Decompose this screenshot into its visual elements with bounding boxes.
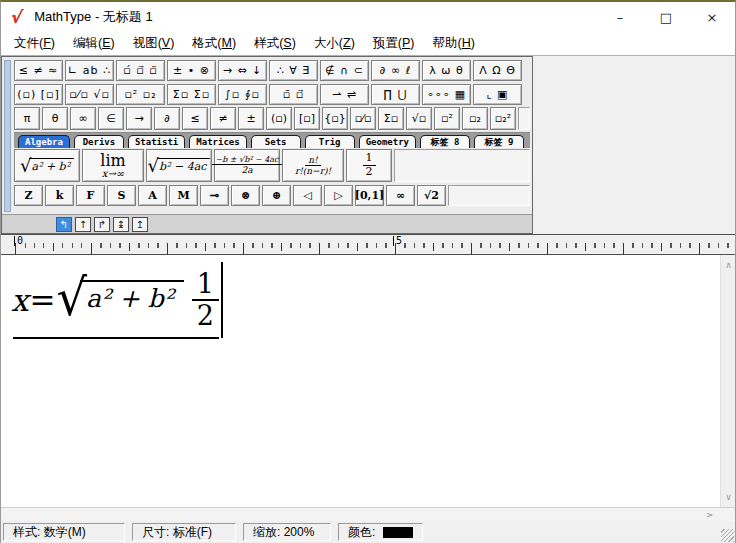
- tab-statistics[interactable]: Statisti: [128, 135, 185, 148]
- template-integral[interactable]: ∫▫ ∮▫: [218, 84, 267, 105]
- symbol-fraktur-a[interactable]: A: [138, 185, 167, 206]
- tabstop-center[interactable]: ↑: [75, 217, 91, 232]
- palette-logic[interactable]: ∴ ∀ ∃: [269, 60, 318, 81]
- template-overbar-arrow[interactable]: ▫̄ ▫⃗: [269, 84, 318, 105]
- symbol-infinity[interactable]: ∞: [70, 107, 96, 130]
- palette-arrows[interactable]: → ⇔ ↓: [218, 60, 267, 81]
- symbol-element-of[interactable]: ∈: [98, 107, 124, 130]
- palette-misc-symbols[interactable]: ∂ ∞ ℓ: [371, 60, 420, 81]
- template-sqrt-a2-b2[interactable]: √a² + b²: [14, 149, 80, 182]
- fraction-denominator: 2a: [241, 165, 252, 175]
- template-subsuperscript[interactable]: ▫₂²: [490, 107, 516, 130]
- template-boxes[interactable]: ⌞ ▣: [473, 84, 522, 105]
- scroll-right-icon[interactable]: ∧: [704, 508, 716, 522]
- menu-style[interactable]: 样式(S): [245, 32, 305, 55]
- tabstop-equal[interactable]: ↨: [113, 217, 129, 232]
- tab-geometry[interactable]: Geometry: [359, 135, 416, 148]
- equation-equals: =: [29, 282, 55, 318]
- tabstop-right[interactable]: ↱: [94, 217, 110, 232]
- menu-help[interactable]: 帮助(H): [423, 32, 483, 55]
- template-subscript[interactable]: ▫₂: [462, 107, 488, 130]
- menu-preferences[interactable]: 预置(P): [364, 32, 424, 55]
- menu-size[interactable]: 大小(Z): [305, 32, 364, 55]
- menu-view[interactable]: 视图(V): [124, 32, 184, 55]
- template-fences[interactable]: (▫) [▫]: [14, 84, 63, 105]
- template-limit[interactable]: lim x→∞: [82, 149, 144, 182]
- symbol-theta[interactable]: θ: [42, 107, 68, 130]
- resize-grip[interactable]: [721, 529, 734, 542]
- palette-spacing[interactable]: ∟ ab ∴: [65, 60, 114, 81]
- menu-edit[interactable]: 编辑(E): [64, 32, 124, 55]
- symbol-multimap[interactable]: ⊸: [200, 185, 229, 206]
- status-zoom: 缩放: 200%: [243, 523, 331, 541]
- scroll-down-icon[interactable]: ∨: [721, 489, 736, 505]
- limit-stack: lim x→∞: [100, 153, 125, 179]
- symbol-partial[interactable]: ∂: [154, 107, 180, 130]
- palette-embellishments[interactable]: ▫́ ▫⃗ ▫̈: [116, 60, 165, 81]
- symbol-circled-plus[interactable]: ⊕: [262, 185, 291, 206]
- symbol-triangle-left[interactable]: ◁: [293, 185, 322, 206]
- symbol-interval-01[interactable]: [0,1]: [355, 185, 384, 206]
- template-superscript[interactable]: ▫²: [434, 107, 460, 130]
- tab-sets[interactable]: Sets: [251, 135, 301, 148]
- symbol-script-s[interactable]: S: [107, 185, 136, 206]
- equation-editing-area[interactable]: x = √ a² + b² 1 2 ∧ ∨: [1, 255, 735, 507]
- symbol-plus-minus[interactable]: ±: [238, 107, 264, 130]
- symbol-less-equal[interactable]: ≤: [182, 107, 208, 130]
- template-subscript-superscript[interactable]: ▫² ▫₂: [116, 84, 165, 105]
- tab-algebra[interactable]: Algebra: [18, 135, 70, 148]
- template-summation[interactable]: Σ▫ Σ▫: [167, 84, 216, 105]
- symbol-right-arrow[interactable]: →: [126, 107, 152, 130]
- tabstop-decimal[interactable]: ↥: [132, 217, 148, 232]
- toolbar-drag-handle[interactable]: [4, 60, 11, 212]
- tab-derivs[interactable]: Derivs: [74, 135, 124, 148]
- ruler[interactable]: 0 5: [1, 234, 735, 255]
- symbol-sqrt-2[interactable]: √2: [417, 185, 446, 206]
- template-fraction-radical[interactable]: ▫⁄▫ √▫: [65, 84, 114, 105]
- horizontal-scrollbar[interactable]: ∧: [1, 507, 735, 521]
- palette-row-1: ≤ ≠ ≈∟ ab ∴▫́ ▫⃗ ▫̈± • ⊗→ ⇔ ↓∴ ∀ ∃∉ ∩ ⊂∂…: [14, 57, 530, 81]
- template-brackets[interactable]: [▫]: [294, 107, 320, 130]
- tab-matrices[interactable]: Matrices: [189, 135, 246, 148]
- symbol-fraktur-k[interactable]: k: [45, 185, 74, 206]
- menu-file[interactable]: 文件(F): [5, 32, 64, 55]
- limit-text: lim: [100, 153, 125, 169]
- template-product-union[interactable]: ∏ ⋃: [371, 84, 420, 105]
- template-quadratic-formula[interactable]: −b ± √b² − 4ac 2a: [214, 149, 280, 182]
- template-radical[interactable]: √▫: [406, 107, 432, 130]
- symbol-fraktur-m[interactable]: M: [169, 185, 198, 206]
- symbol-triangle-right[interactable]: ▷: [324, 185, 353, 206]
- scroll-up-icon[interactable]: ∧: [721, 257, 736, 273]
- symbol-infinity-small[interactable]: ∞: [386, 185, 415, 206]
- maximize-button[interactable]: □: [643, 2, 689, 32]
- symbol-blackboard-z[interactable]: Z: [14, 185, 43, 206]
- palette-greek-uppercase[interactable]: Λ Ω Θ: [473, 60, 522, 81]
- template-sqrt-discriminant[interactable]: √b² − 4ac: [146, 149, 212, 182]
- template-sum[interactable]: Σ▫: [378, 107, 404, 130]
- close-button[interactable]: ×: [689, 2, 735, 32]
- symbol-circled-times[interactable]: ⊗: [231, 185, 260, 206]
- tab-9[interactable]: 标签 9: [474, 135, 524, 148]
- vertical-scrollbar[interactable]: ∧ ∨: [720, 255, 735, 507]
- template-one-half[interactable]: 1 2: [346, 149, 392, 182]
- palette-greek-lowercase[interactable]: λ ω θ: [422, 60, 471, 81]
- template-parentheses[interactable]: (▫): [266, 107, 292, 130]
- tab-trig[interactable]: Trig: [305, 135, 355, 148]
- template-labeled-arrows[interactable]: ⇀ ⇌: [320, 84, 369, 105]
- symbol-letter-f[interactable]: F: [76, 185, 105, 206]
- status-size: 尺寸: 标准(F): [132, 523, 236, 541]
- menu-format[interactable]: 格式(M): [183, 32, 245, 55]
- minimize-button[interactable]: –: [597, 2, 643, 32]
- tabstop-left[interactable]: ↰: [56, 217, 72, 232]
- tab-8[interactable]: 标签 8: [420, 135, 470, 148]
- template-fraction[interactable]: ▫⁄▫: [350, 107, 376, 130]
- symbol-not-equal[interactable]: ≠: [210, 107, 236, 130]
- palette-set-theory[interactable]: ∉ ∩ ⊂: [320, 60, 369, 81]
- template-binomial-coefficient[interactable]: n! r!(n−r)!: [282, 149, 344, 182]
- template-matrix[interactable]: ∘∘∘ ▦: [422, 84, 471, 105]
- palette-operators[interactable]: ± • ⊗: [167, 60, 216, 81]
- template-braces[interactable]: {▫}: [322, 107, 348, 130]
- symbol-pi[interactable]: π: [14, 107, 40, 130]
- palette-relational[interactable]: ≤ ≠ ≈: [14, 60, 63, 81]
- user-symbol-row: ZkFSAM⊸⊗⊕◁▷[0,1]∞√2: [14, 183, 530, 207]
